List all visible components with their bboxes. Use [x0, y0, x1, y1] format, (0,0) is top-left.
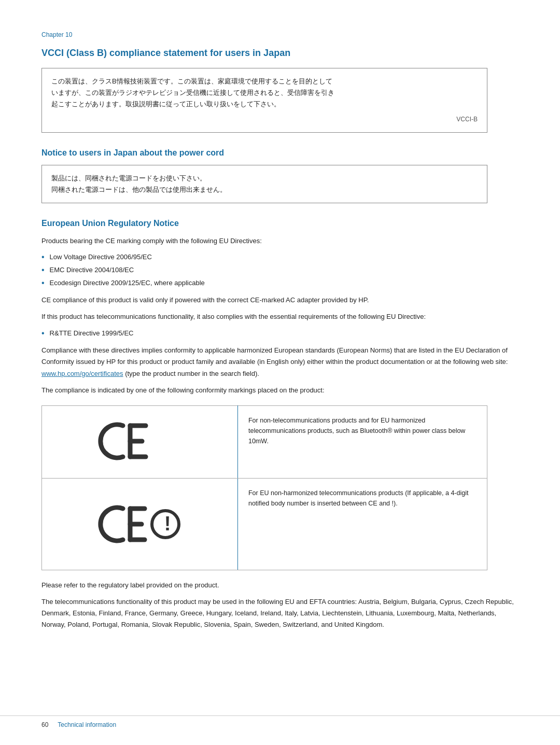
ce-logo-cell-1: !: [42, 478, 238, 570]
ce-alert-svg: !: [98, 498, 181, 550]
vcci-notice-box: この装置は、クラスB情報技術装置です。この装置は、家庭環境で使用することを目的と…: [41, 68, 487, 133]
vcci-title: VCCI (Class B) compliance statement for …: [41, 48, 519, 59]
eu-para5: Please refer to the regulatory label pro…: [41, 580, 519, 591]
vcci-label: VCCI-B: [51, 114, 478, 124]
ce-desc-cell-1: For EU non-harmonized telecommunications…: [237, 478, 487, 570]
power-cord-title: Notice to users in Japan about the power…: [41, 148, 519, 158]
footer: 60 Technical information: [0, 715, 560, 728]
eu-para2: If this product has telecommunications f…: [41, 311, 519, 322]
svg-text:!: !: [164, 513, 170, 535]
power-cord-section: Notice to users in Japan about the power…: [41, 148, 519, 203]
ce-logo-cell-0: [42, 405, 238, 478]
eu-para3: Compliance with these directives implies…: [41, 345, 519, 379]
directive-item-1: EMC Directive 2004/108/EC: [41, 265, 519, 276]
chapter-label: Chapter 10: [41, 31, 519, 38]
telecom-directive-0: R&TTE Directive 1999/5/EC: [41, 328, 519, 339]
power-cord-line-1: 製品には、同梱された電源コードをお使い下さい。: [51, 173, 478, 184]
directive-item-2: Ecodesign Directive 2009/125/EC, where a…: [41, 278, 519, 289]
footer-title: Technical information: [58, 721, 116, 728]
ce-table-row-1: ! For EU non-harmonized telecommunicatio…: [42, 478, 487, 570]
vcci-line-3: 起こすことがあります。取扱説明書に従って正しい取り扱いをして下さい。: [51, 99, 478, 110]
eu-intro-text: Products bearing the CE marking comply w…: [41, 235, 519, 247]
ce-desc-cell-0: For non-telecommunications products and …: [237, 405, 487, 478]
ce-standard-svg: [98, 415, 181, 467]
vcci-section: VCCI (Class B) compliance statement for …: [41, 48, 519, 133]
eu-para3-after: (type the product number in the search f…: [123, 370, 259, 377]
ce-mark-alert: !: [93, 488, 186, 560]
hp-certificates-link[interactable]: www.hp.com/go/certificates: [41, 370, 123, 377]
ce-table-row-0: For non-telecommunications products and …: [42, 405, 487, 478]
vcci-line-1: この装置は、クラスB情報技術装置です。この装置は、家庭環境で使用することを目的と…: [51, 76, 478, 87]
eu-para6: The telecommunications functionality of …: [41, 596, 519, 630]
eu-para3-before: Compliance with these directives implies…: [41, 346, 508, 366]
vcci-jp-text: この装置は、クラスB情報技術装置です。この装置は、家庭環境で使用することを目的と…: [51, 76, 478, 110]
footer-page-number: 60: [41, 721, 48, 728]
eu-telecom-list: R&TTE Directive 1999/5/EC: [41, 328, 519, 339]
eu-notice-title: European Union Regulatory Notice: [41, 219, 519, 228]
directive-item-0: Low Voltage Directive 2006/95/EC: [41, 252, 519, 263]
power-cord-notice-box: 製品には、同梱された電源コードをお使い下さい。 同梱された電源コードは、他の製品…: [41, 165, 487, 203]
eu-directives-list: Low Voltage Directive 2006/95/EC EMC Dir…: [41, 252, 519, 288]
eu-para4: The compliance is indicated by one of th…: [41, 385, 519, 396]
power-cord-line-2: 同梱された電源コードは、他の製品では使用出来ません。: [51, 184, 478, 195]
eu-notice-section: European Union Regulatory Notice Product…: [41, 219, 519, 630]
eu-para1: CE compliance of this product is valid o…: [41, 294, 519, 306]
ce-marking-table: For non-telecommunications products and …: [41, 405, 487, 570]
vcci-line-2: いますが、この装置がラジオやテレビジョン受信機に近接して使用されると、受信障害を…: [51, 87, 478, 99]
